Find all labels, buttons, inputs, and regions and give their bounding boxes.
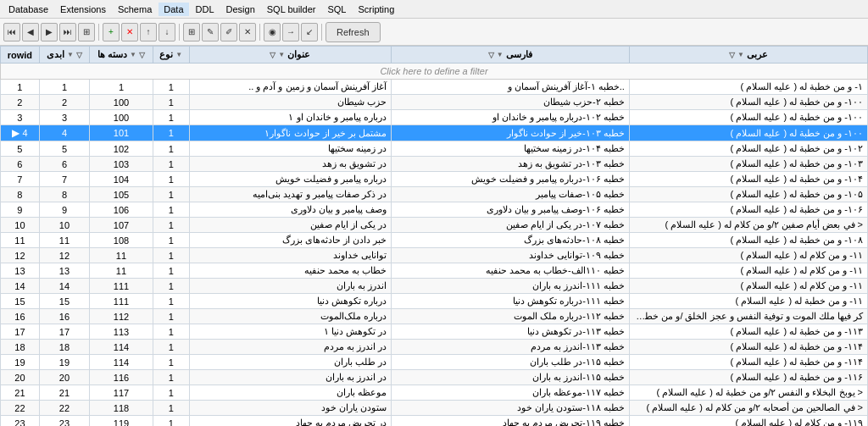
menu-sql-builder[interactable]: SQL builder — [262, 3, 321, 16]
col-header-farsi[interactable]: فارسی ▼ ▽ — [391, 47, 629, 64]
cell-data: 114 — [90, 340, 153, 355]
table-row[interactable]: 331001درباره پیامبر و خاندان او ۱خطبه ۱۰… — [1, 110, 868, 125]
col-header-daste[interactable]: دسته ها ▼ ▽ — [90, 47, 153, 64]
cell-rowid: 19 — [1, 355, 40, 370]
table-body: 1111آغاز آفرینش آسمان و زمین و آدم و ...… — [1, 80, 868, 427]
count-btn[interactable]: ⊞ — [78, 23, 95, 41]
cell-data: 103 — [90, 157, 153, 172]
import-btn[interactable]: ↙ — [301, 23, 318, 41]
table-row[interactable]: 771041درباره پیامبر و فضیلت خویشخطبه ۱۰۶… — [1, 172, 868, 187]
cell-data: 11 — [90, 248, 153, 263]
cell-rowid: 16 — [1, 309, 40, 324]
table-row[interactable]: 881051در ذکر صفات پیامبر و تهدید بنی‌امی… — [1, 187, 868, 202]
table-row[interactable]: 19191141در طلب بارانخطبه ۱۱۵-در طلب بارا… — [1, 355, 868, 370]
table-row[interactable]: 16161121درباره ملک‌الموتخطبه ۱۱۲-درباره … — [1, 309, 868, 324]
cell-data: 8 — [39, 187, 89, 202]
table-row[interactable]: 221001حزب شیطانخطبه ۲-حزب شیطان۱۰۰- و من… — [1, 95, 868, 110]
filter-farsi-icon: ▽ — [488, 51, 494, 59]
col-header-arabi[interactable]: عربی ▼ ▽ — [629, 47, 867, 64]
first-btn[interactable]: ⏮ — [3, 23, 20, 41]
cell-data: موعظه باران — [189, 385, 391, 401]
cell-data: 1 — [153, 125, 189, 141]
menu-sql[interactable]: SQL — [322, 3, 351, 16]
edit-btn[interactable]: ✎ — [202, 23, 219, 41]
filter-row[interactable]: Click here to define a filter — [1, 64, 868, 80]
table-row[interactable]: 22221181ستودن یاران خودخطبه ۱۱۸-ستودن یا… — [1, 401, 868, 416]
table-row[interactable]: 21211171موعظه بارانخطبه ۱۱۷-موعظه باران<… — [1, 385, 868, 401]
cell-data: در اندرز به باران — [189, 370, 391, 385]
cell-data: خطبه ۱۱۸-ستودن یاران خود — [391, 401, 629, 416]
table-row[interactable]: 551021در زمینه سختیهاخطبه ۱۰۴-در زمینه س… — [1, 141, 868, 157]
cell-data: 12 — [39, 248, 89, 263]
filter-daste-icon: ▽ — [139, 51, 145, 59]
table-row[interactable]: 1111آغاز آفرینش آسمان و زمین و آدم و ...… — [1, 80, 868, 95]
cancel-btn[interactable]: ✕ — [239, 23, 256, 41]
cell-data: در اندرز به مردم — [189, 340, 391, 355]
table-row[interactable]: 17171131در تکوهش دنیا ۱خطبه ۱۱۳-در تکوهش… — [1, 324, 868, 340]
row-indicator: ▶ — [12, 127, 22, 139]
cell-data: 1 — [153, 416, 189, 427]
export-btn[interactable]: → — [282, 23, 299, 41]
table-row[interactable]: 15151111درباره تکوهش دنیاخطبه ۱۱۱-درباره… — [1, 294, 868, 309]
col-header-abdi[interactable]: ابدی ▼ ▽ — [39, 47, 89, 64]
grid-btn[interactable]: ⊞ — [183, 23, 200, 41]
menu-ddl[interactable]: DDL — [191, 3, 220, 16]
cell-data: 16 — [39, 309, 89, 324]
table-row[interactable]: 20201161در اندرز به بارانخطبه ۱۱۵-اندرز … — [1, 370, 868, 385]
refresh-button[interactable]: Refresh — [326, 22, 381, 42]
cell-data: حزب شیطان — [189, 95, 391, 110]
col-header-rowid[interactable]: rowid — [1, 47, 40, 64]
menu-scripting[interactable]: Scripting — [353, 3, 399, 16]
menu-extensions[interactable]: Extensions — [55, 3, 111, 16]
edit2-btn[interactable]: ✐ — [220, 23, 237, 41]
cell-data: 112 — [90, 309, 153, 324]
table-row[interactable]: ▶ 441011مشتمل بر خیر از حوادث ناگوار۱خطب… — [1, 125, 868, 141]
cell-data: 100 — [90, 110, 153, 125]
col-header-onvan[interactable]: عنوان ▼ ▽ — [189, 47, 391, 64]
table-row[interactable]: 661031در تشویق به زهدخطبه ۱۰۳-در تشویق ب… — [1, 157, 868, 172]
table-row[interactable]: 1313111خطاب به محمد حنفیهخطبه ۱۱۰الف-خطا… — [1, 263, 868, 279]
move-down-btn[interactable]: ↓ — [159, 23, 175, 41]
cell-data: 114 — [90, 355, 153, 370]
sort-abdi-icon: ▼ — [67, 51, 74, 58]
cell-data: 1 — [153, 385, 189, 401]
cell-data: درباره تکوهش دنیا — [189, 294, 391, 309]
col-header-noe[interactable]: نوع ▼ — [153, 47, 189, 64]
sep1 — [98, 24, 99, 41]
cell-data: ..خطبه ۱-آغاز آفرینش آسمان و — [391, 80, 629, 95]
table-row[interactable]: 991061وصف پیامبر و بیان دلاوریخطبه ۱۰۶-و… — [1, 202, 868, 218]
cell-rowid: 18 — [1, 340, 40, 355]
cell-data: 7 — [39, 172, 89, 187]
copy-btn[interactable]: ◉ — [264, 23, 281, 41]
move-up-btn[interactable]: ↑ — [140, 23, 157, 41]
cell-data: 1 — [153, 141, 189, 157]
sep3 — [259, 24, 260, 41]
add-row-btn[interactable]: + — [103, 23, 120, 41]
cell-data: 15 — [39, 294, 89, 309]
menu-database[interactable]: Database — [3, 3, 53, 16]
cell-data: 19 — [39, 355, 89, 370]
cell-data: 101 — [90, 125, 153, 141]
next-btn[interactable]: ▶ — [41, 23, 58, 41]
cell-data: خطبه ۱۱۳-در تکوهش دنیا — [391, 324, 629, 340]
cell-data: خطبه ۲-حزب شیطان — [391, 95, 629, 110]
cell-data: < في الصالحین من أصحابه ۲/و من کلام له (… — [629, 401, 867, 416]
last-btn[interactable]: ⏭ — [59, 23, 76, 41]
table-row[interactable]: 1212111توانایی خداوندخطبه ۱۰۹-توانایی خد… — [1, 248, 868, 263]
filter-text[interactable]: Click here to define a filter — [1, 64, 868, 80]
table-row[interactable]: 23231191در تحریض مردم به جهادخطبه ۱۱۹-تح… — [1, 416, 868, 427]
cell-data: ۱۱- و من کلام له ( علیه السلام ) — [629, 279, 867, 294]
prev-btn[interactable]: ◀ — [22, 23, 39, 41]
table-row[interactable]: 11111081خبر دادن از حادثه‌های بزرگخطبه ۱… — [1, 233, 868, 248]
delete-row-btn[interactable]: ✕ — [121, 23, 138, 41]
table-row[interactable]: 14141111اندرز به بارانخطبه ۱۱۱-اندرز به … — [1, 279, 868, 294]
sort-arabi-icon: ▼ — [737, 51, 744, 58]
table-row[interactable]: 10101071در یکی از ایام صفینخطبه ۱۰۷-در ی… — [1, 218, 868, 233]
cell-data: 102 — [90, 141, 153, 157]
cell-data: 1 — [153, 324, 189, 340]
menu-data[interactable]: Data — [159, 3, 188, 16]
menu-schema[interactable]: Schema — [113, 3, 157, 16]
menu-design[interactable]: Design — [221, 3, 260, 16]
cell-data: ۱۱- و من خطبة له ( علیه السلام ) — [629, 294, 867, 309]
table-row[interactable]: 18181141در اندرز به مردمخطبه ۱۱۳-اندرز ب… — [1, 340, 868, 355]
